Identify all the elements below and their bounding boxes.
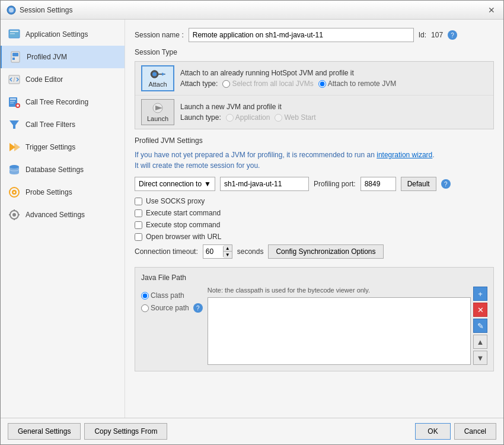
dialog-icon [7, 5, 16, 15]
java-file-left: Class path Source path ? [141, 287, 203, 365]
radio-sourcepath-label[interactable]: Source path ? [141, 303, 203, 313]
trigger-icon [8, 141, 21, 154]
socks-proxy-checkbox[interactable] [135, 198, 142, 205]
attach-button[interactable]: Attach [141, 65, 174, 91]
cancel-button[interactable]: Cancel [454, 423, 496, 440]
config-sync-button[interactable]: Config Synchronization Options [268, 244, 383, 259]
launch-button[interactable]: Launch [141, 99, 174, 125]
java-file-path-title: Java File Path [141, 274, 487, 282]
start-command-checkbox[interactable] [135, 209, 142, 217]
content-area: Session name : Id: 107 ? Session Type [125, 20, 503, 418]
general-settings-button[interactable]: General Settings [8, 423, 81, 440]
move-up-button[interactable]: ▲ [473, 335, 487, 349]
sidebar-label-database: Database Settings [25, 166, 84, 174]
profiled-jvm-title: Profiled JVM Settings [135, 136, 494, 145]
file-list-box [208, 297, 471, 365]
session-id-value: 107 [431, 31, 443, 39]
spinner-arrows: ▲ ▼ [224, 245, 232, 258]
sidebar-label-advanced: Advanced Settings [25, 211, 85, 219]
sidebar-item-advanced-settings[interactable]: Advanced Settings [1, 204, 125, 226]
remove-file-button[interactable]: ✕ [473, 303, 487, 317]
session-name-input[interactable] [189, 28, 414, 42]
browser-url-row: Open browser with URL [135, 233, 494, 241]
sidebar-item-application-settings[interactable]: Application Settings [1, 23, 125, 46]
svg-marker-16 [9, 120, 19, 129]
attach-type-label: Attach type: [180, 80, 218, 88]
java-file-path-section: Java File Path Class path Source path ? [135, 267, 494, 371]
ok-button[interactable]: OK [415, 423, 450, 440]
browser-url-checkbox[interactable] [135, 233, 142, 241]
footer-left: General Settings Copy Settings From [8, 423, 167, 440]
session-id-help-icon[interactable]: ? [448, 30, 457, 40]
sourcepath-help-icon[interactable]: ? [193, 303, 203, 313]
svg-rect-12 [10, 101, 15, 102]
radio-local[interactable] [222, 80, 230, 88]
advanced-icon [8, 208, 21, 221]
add-file-button[interactable]: + [473, 287, 487, 301]
main-content: Application Settings Profiled JVM [1, 20, 503, 418]
database-icon [8, 163, 21, 176]
radio-local-label[interactable]: Select from all local JVMs [222, 80, 313, 88]
copy-settings-button[interactable]: Copy Settings From [84, 423, 167, 440]
attach-details: Attach to an already running HotSpot JVM… [180, 69, 396, 88]
sidebar-item-code-editor[interactable]: Code Editor [1, 68, 125, 91]
svg-rect-6 [12, 53, 18, 56]
edit-file-button[interactable]: ✎ [473, 319, 487, 333]
session-type-box: Attach Attach to an already running HotS… [135, 61, 494, 129]
probe-icon [8, 186, 21, 199]
radio-webstart-label[interactable]: Web Start [275, 113, 315, 122]
start-command-label: Execute start command [146, 209, 221, 217]
start-command-row: Execute start command [135, 209, 494, 217]
move-down-button[interactable]: ▼ [473, 351, 487, 365]
session-type-label: Session Type [135, 48, 494, 56]
radio-classpath[interactable] [141, 292, 149, 300]
sidebar-label-recording: Call Tree Recording [25, 98, 88, 106]
sidebar-item-call-tree-recording[interactable]: Call Tree Recording [1, 91, 125, 113]
sidebar-item-profiled-jvm[interactable]: Profiled JVM [1, 46, 125, 68]
profiling-help-icon[interactable]: ? [441, 179, 451, 189]
sidebar-item-trigger-settings[interactable]: Trigger Settings [1, 136, 125, 158]
integration-wizard-link[interactable]: integration wizard [377, 151, 432, 159]
java-file-inner: Class path Source path ? Note: the class… [141, 287, 487, 365]
svg-point-1 [9, 8, 14, 12]
profiled-info-text: If you have not yet prepared a JVM for p… [135, 150, 494, 171]
sidebar-item-call-tree-filters[interactable]: Call Tree Filters [1, 113, 125, 136]
default-button[interactable]: Default [401, 177, 436, 191]
close-button[interactable]: ✕ [486, 4, 497, 16]
radio-sourcepath[interactable] [141, 304, 149, 312]
radio-remote-label[interactable]: Attach to remote JVM [318, 80, 396, 88]
stop-command-checkbox[interactable] [135, 221, 142, 229]
sidebar-item-probe-settings[interactable]: Probe Settings [1, 181, 125, 204]
session-name-label: Session name : [135, 31, 184, 39]
socks-proxy-row: Use SOCKS proxy [135, 197, 494, 205]
svg-marker-32 [162, 72, 165, 75]
session-settings-dialog: Session Settings ✕ Application Settings [0, 0, 504, 445]
launch-details: Launch a new JVM and profile it Launch t… [180, 103, 316, 122]
svg-rect-3 [10, 31, 18, 32]
spinner-up-button[interactable]: ▲ [224, 245, 232, 252]
sidebar-label-code-editor: Code Editor [25, 75, 63, 84]
attach-type-row: Attach type: Select from all local JVMs … [180, 80, 396, 88]
port-input[interactable] [361, 177, 396, 191]
svg-point-15 [17, 104, 19, 107]
radio-application-label[interactable]: Application [226, 113, 270, 122]
footer-right: OK Cancel [415, 423, 496, 440]
launch-desc: Launch a new JVM and profile it [180, 103, 316, 111]
connection-type-select[interactable]: Direct connection to ▼ [135, 177, 215, 191]
spinner-down-button[interactable]: ▼ [224, 252, 232, 258]
attach-desc: Attach to an already running HotSpot JVM… [180, 69, 396, 77]
dropdown-arrow-icon: ▼ [204, 180, 211, 188]
host-input[interactable] [220, 177, 309, 191]
java-file-right: Note: the classpath is used for the byte… [208, 287, 487, 365]
footer: General Settings Copy Settings From OK C… [1, 418, 503, 444]
sidebar: Application Settings Profiled JVM [1, 20, 125, 418]
radio-classpath-label[interactable]: Class path [141, 291, 203, 300]
title-bar-left: Session Settings [7, 5, 72, 15]
timeout-spinner: 60 ▲ ▼ [203, 244, 232, 259]
session-name-row: Session name : Id: 107 ? [135, 28, 494, 42]
socks-proxy-label: Use SOCKS proxy [146, 197, 205, 205]
sidebar-label-probe: Probe Settings [25, 188, 72, 196]
radio-remote[interactable] [318, 80, 326, 88]
svg-rect-7 [12, 58, 15, 60]
sidebar-item-database-settings[interactable]: Database Settings [1, 158, 125, 181]
